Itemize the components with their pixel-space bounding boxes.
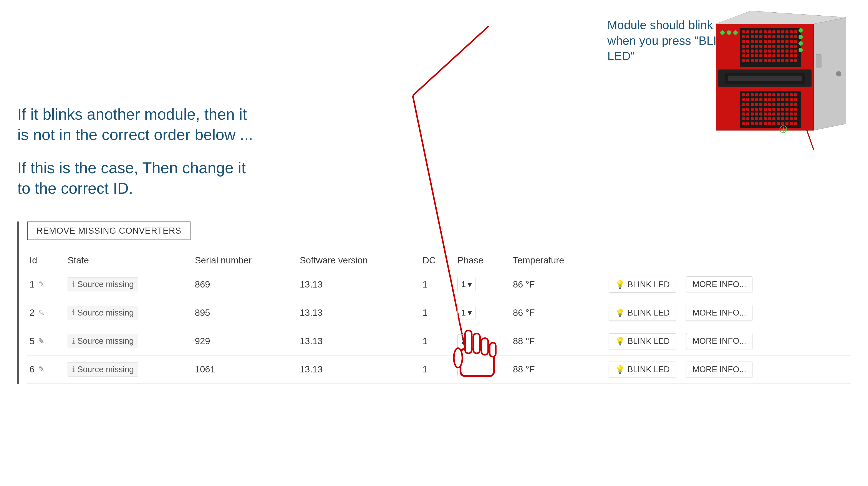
more-info-button[interactable]: MORE INFO...: [686, 277, 752, 292]
svg-rect-48: [742, 45, 745, 48]
svg-rect-137: [755, 103, 758, 106]
svg-rect-147: [742, 108, 745, 111]
svg-rect-10: [746, 30, 749, 33]
svg-rect-28: [768, 35, 771, 38]
info-icon: ℹ: [72, 280, 75, 289]
phase-select[interactable]: 1 ▾: [458, 278, 475, 291]
svg-marker-2: [814, 18, 846, 130]
svg-rect-89: [751, 59, 754, 62]
svg-rect-122: [746, 98, 749, 101]
svg-rect-143: [781, 103, 784, 106]
svg-rect-29: [772, 35, 775, 38]
svg-rect-79: [764, 54, 767, 57]
svg-rect-69: [777, 50, 780, 53]
svg-rect-171: [790, 112, 793, 116]
svg-rect-42: [772, 40, 775, 43]
svg-rect-27: [764, 35, 767, 38]
instruction-line3: If this is the case, Then change it to t…: [18, 158, 256, 198]
svg-rect-106: [728, 75, 802, 81]
svg-rect-124: [755, 98, 758, 101]
svg-rect-59: [790, 45, 793, 48]
svg-rect-129: [777, 98, 780, 101]
svg-rect-62: [746, 50, 749, 53]
cell-dc: 1: [420, 270, 455, 299]
svg-rect-111: [755, 93, 758, 96]
svg-rect-60: [794, 45, 797, 48]
cell-id: 6 ✎: [27, 355, 65, 384]
col-temp: Temperature: [511, 251, 607, 270]
svg-rect-189: [755, 122, 758, 125]
state-badge: ℹ Source missing: [67, 306, 138, 320]
svg-rect-72: [790, 50, 793, 53]
svg-rect-131: [785, 98, 788, 101]
svg-rect-165: [764, 112, 767, 116]
svg-rect-21: [794, 30, 797, 33]
svg-rect-119: [790, 93, 793, 96]
svg-rect-58: [785, 45, 788, 48]
svg-rect-91: [760, 59, 763, 62]
svg-rect-19: [785, 30, 788, 33]
svg-rect-95: [777, 59, 780, 62]
instruction-line2: If it blinks another module, then it is …: [18, 104, 256, 145]
svg-line-204: [413, 26, 489, 96]
svg-rect-9: [742, 30, 745, 33]
svg-point-203: [836, 71, 841, 76]
svg-rect-117: [781, 93, 784, 96]
svg-rect-197: [790, 122, 793, 125]
edit-icon[interactable]: ✎: [38, 336, 44, 346]
table-container: REMOVE MISSING CONVERTERS Id State Seria…: [18, 222, 850, 384]
svg-rect-82: [777, 54, 780, 57]
more-info-button[interactable]: MORE INFO...: [686, 305, 752, 321]
svg-point-7: [733, 30, 738, 35]
svg-rect-136: [751, 103, 754, 106]
svg-rect-67: [768, 50, 771, 53]
svg-rect-49: [746, 45, 749, 48]
phase-select[interactable]: 2 ▾: [458, 334, 475, 348]
svg-rect-174: [746, 117, 749, 120]
phase-select[interactable]: 1 ▾: [458, 306, 475, 319]
edit-icon[interactable]: ✎: [38, 308, 44, 317]
svg-point-101: [799, 35, 803, 39]
cell-phase: 1 ▾: [455, 299, 511, 327]
remove-missing-converters-button[interactable]: REMOVE MISSING CONVERTERS: [27, 222, 190, 240]
svg-rect-44: [781, 40, 784, 43]
svg-rect-154: [772, 108, 775, 111]
svg-rect-161: [746, 112, 749, 116]
blink-led-button[interactable]: 💡 BLINK LED: [609, 277, 676, 293]
cell-software: 13.13: [298, 355, 420, 384]
svg-rect-193: [772, 122, 775, 125]
svg-rect-114: [768, 93, 771, 96]
phase-select[interactable]: 2 ▾: [458, 363, 475, 376]
svg-rect-118: [785, 93, 788, 96]
edit-icon[interactable]: ✎: [38, 365, 44, 374]
svg-rect-144: [785, 103, 788, 106]
svg-rect-98: [790, 59, 793, 62]
svg-rect-181: [777, 117, 780, 120]
cell-serial: 929: [193, 327, 298, 355]
cell-id: 5 ✎: [27, 327, 65, 355]
svg-rect-172: [794, 112, 797, 116]
more-info-button[interactable]: MORE INFO...: [686, 333, 752, 349]
svg-rect-87: [742, 59, 745, 62]
svg-rect-86: [794, 54, 797, 57]
svg-rect-139: [764, 103, 767, 106]
blink-led-button[interactable]: 💡 BLINK LED: [609, 362, 676, 378]
svg-rect-146: [794, 103, 797, 106]
cell-phase: 2 ▾: [455, 327, 511, 355]
blink-led-button[interactable]: 💡 BLINK LED: [609, 305, 676, 321]
info-icon: ℹ: [72, 308, 75, 317]
svg-rect-33: [790, 35, 793, 38]
blink-led-button[interactable]: 💡 BLINK LED: [609, 333, 676, 349]
more-info-button[interactable]: MORE INFO...: [686, 362, 752, 378]
svg-rect-113: [764, 93, 767, 96]
info-icon: ℹ: [72, 365, 75, 374]
svg-rect-152: [764, 108, 767, 111]
cell-phase: 1 ▾: [455, 270, 511, 299]
svg-rect-145: [790, 103, 793, 106]
svg-rect-36: [746, 40, 749, 43]
svg-rect-125: [760, 98, 763, 101]
svg-rect-138: [760, 103, 763, 106]
svg-rect-83: [781, 54, 784, 57]
svg-rect-150: [755, 108, 758, 111]
edit-icon[interactable]: ✎: [38, 280, 44, 289]
